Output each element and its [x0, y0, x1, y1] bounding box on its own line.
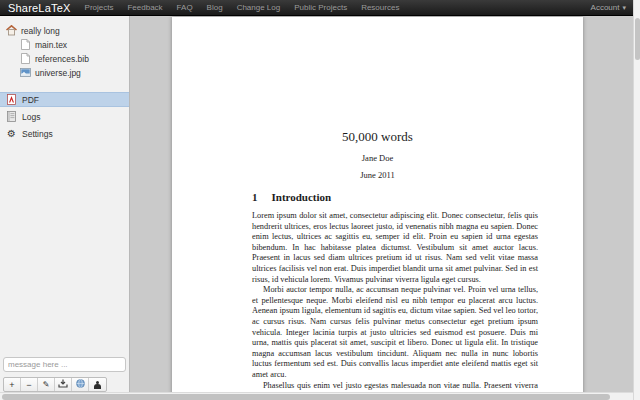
person-icon	[94, 381, 101, 389]
globe-icon	[76, 379, 85, 390]
gear-icon: ⚙	[6, 128, 17, 139]
file-item-main-tex[interactable]: main.tex	[0, 38, 129, 51]
view-item-pdf[interactable]: PDF	[0, 92, 129, 107]
logs-icon	[6, 111, 17, 122]
file-label: main.tex	[35, 40, 67, 50]
horizontal-scrollbar[interactable]	[0, 392, 633, 400]
vertical-scrollbar-thumb[interactable]	[635, 18, 640, 60]
image-icon	[20, 67, 31, 78]
paragraph: Morbi auctor tempor nulla, ac accumsan n…	[252, 285, 538, 380]
nav-item-blog[interactable]: Blog	[207, 3, 223, 12]
minus-icon: −	[26, 380, 31, 390]
project-root[interactable]: really long	[0, 24, 129, 37]
file-label: universe.jpg	[35, 68, 81, 78]
nav-item-public-projects[interactable]: Public Projects	[294, 3, 347, 12]
share-project-button[interactable]	[89, 378, 106, 391]
account-menu[interactable]: Account ▾	[591, 3, 626, 12]
nav-links: Projects Feedback FAQ Blog Change Log Pu…	[85, 3, 400, 12]
sidebar: really long main.tex references.bib	[0, 16, 130, 392]
project-name: really long	[21, 26, 60, 36]
file-label: references.bib	[35, 54, 89, 64]
file-icon	[20, 39, 31, 50]
upload-icon	[58, 379, 68, 390]
plus-icon: +	[9, 380, 14, 390]
nav-item-faq[interactable]: FAQ	[177, 3, 193, 12]
chat-message-input[interactable]	[3, 357, 126, 372]
file-item-universe-jpg[interactable]: universe.jpg	[0, 66, 129, 79]
account-label: Account	[591, 3, 620, 12]
document-title: 50,000 words	[172, 129, 583, 145]
paragraph: Phasellus quis enim vel justo egestas ma…	[252, 381, 538, 393]
pdf-icon	[6, 94, 17, 105]
delete-file-button[interactable]: −	[21, 378, 38, 391]
document-date: June 2011	[172, 170, 583, 180]
view-label: Logs	[22, 112, 40, 122]
file-item-references-bib[interactable]: references.bib	[0, 52, 129, 65]
paragraph: Lorem ipsum dolor sit amet, consectetur …	[252, 211, 538, 285]
document-author: Jane Doe	[172, 153, 583, 163]
section-title: Introduction	[272, 191, 332, 203]
add-file-button[interactable]: +	[4, 378, 21, 391]
pdf-viewer[interactable]: 50,000 words Jane Doe June 2011 1Introdu…	[131, 16, 633, 392]
view-label: Settings	[22, 129, 53, 139]
nav-item-projects[interactable]: Projects	[85, 3, 114, 12]
section-number: 1	[252, 191, 258, 203]
section-heading: 1Introduction	[252, 191, 331, 203]
document-body: Lorem ipsum dolor sit amet, consectetur …	[252, 211, 538, 392]
file-tree: really long main.tex references.bib	[0, 24, 129, 80]
view-item-settings[interactable]: ⚙ Settings	[0, 126, 129, 141]
horizontal-scrollbar-thumb[interactable]	[2, 394, 610, 400]
chevron-down-icon: ▾	[622, 4, 626, 11]
upload-file-button[interactable]	[55, 378, 72, 391]
vertical-scrollbar[interactable]	[633, 0, 640, 400]
brand-logo[interactable]: ShareLaTeX	[8, 2, 71, 14]
view-switcher: PDF Logs ⚙ Settings	[0, 92, 129, 143]
nav-item-resources[interactable]: Resources	[361, 3, 399, 12]
pdf-page: 50,000 words Jane Doe June 2011 1Introdu…	[172, 17, 583, 392]
nav-item-feedback[interactable]: Feedback	[127, 3, 162, 12]
file-toolbar: + − ✎	[3, 377, 107, 392]
view-item-logs[interactable]: Logs	[0, 109, 129, 124]
publish-project-button[interactable]	[72, 378, 89, 391]
file-icon	[20, 53, 31, 64]
pencil-icon: ✎	[43, 380, 50, 389]
home-icon	[6, 25, 17, 36]
top-navbar: ShareLaTeX Projects Feedback FAQ Blog Ch…	[0, 0, 640, 16]
view-label: PDF	[22, 95, 39, 105]
pdf-document: 50,000 words Jane Doe June 2011 1Introdu…	[172, 17, 583, 392]
rename-file-button[interactable]: ✎	[38, 378, 55, 391]
nav-item-changelog[interactable]: Change Log	[237, 3, 281, 12]
